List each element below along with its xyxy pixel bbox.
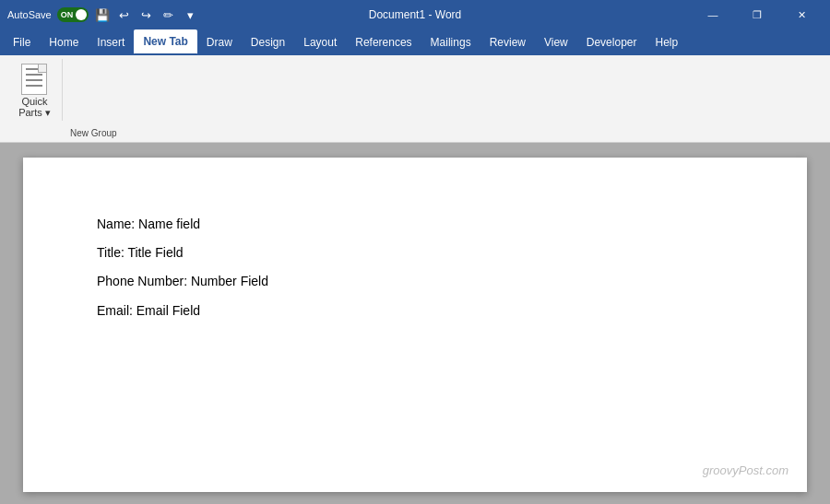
quick-parts-group: QuickParts ▾ [7,59,63,121]
menu-item-home[interactable]: Home [40,29,88,55]
menu-item-review[interactable]: Review [480,29,535,55]
restore-button[interactable]: ❐ [736,0,778,29]
autosave-toggle[interactable]: ON [57,7,89,22]
redo-icon[interactable]: ↪ [138,6,155,23]
minimize-button[interactable]: — [692,0,734,29]
watermark: groovyPost.com [703,463,788,477]
doc-line-2 [26,74,42,76]
menu-item-new-tab[interactable]: New Tab [134,29,196,55]
menu-item-file[interactable]: File [4,29,40,55]
toggle-on-text: ON [61,10,74,19]
content-area: Name: Name fieldTitle: Title FieldPhone … [0,143,830,504]
title-bar-left: AutoSave ON 💾 ↩ ↪ ✏ ▾ [7,6,199,23]
customize-icon[interactable]: ✏ [160,6,177,23]
menu-item-help[interactable]: Help [646,29,687,55]
menu-item-design[interactable]: Design [242,29,294,55]
doc-icon [21,64,47,95]
menu-item-layout[interactable]: Layout [294,29,346,55]
menu-bar: FileHomeInsertNew TabDrawDesignLayoutRef… [0,29,830,55]
window-controls: — ❐ ✕ [692,0,823,29]
document-line: Phone Number: Number Field [97,270,733,293]
word-page[interactable]: Name: Name fieldTitle: Title FieldPhone … [23,158,807,492]
menu-item-references[interactable]: References [346,29,421,55]
autosave-label: AutoSave [7,9,52,20]
quick-parts-button[interactable]: QuickParts ▾ [15,63,54,121]
doc-line-3 [26,79,42,81]
document-content: Name: Name fieldTitle: Title FieldPhone … [97,213,733,322]
quick-parts-icon [19,64,49,94]
menu-item-view[interactable]: View [535,29,577,55]
document-line: Title: Title Field [97,241,733,264]
toggle-knob [76,9,87,20]
menu-item-developer[interactable]: Developer [577,29,646,55]
doc-line-4 [26,85,42,87]
title-bar: AutoSave ON 💾 ↩ ↪ ✏ ▾ Document1 - Word —… [0,0,830,29]
menu-item-mailings[interactable]: Mailings [421,29,480,55]
document-title: Document1 - Word [369,8,461,21]
doc-line-1 [26,68,42,70]
save-icon[interactable]: 💾 [94,6,111,23]
menu-item-draw[interactable]: Draw [197,29,242,55]
more-icon[interactable]: ▾ [183,6,199,23]
new-group-label: New Group [63,59,125,142]
undo-icon[interactable]: ↩ [116,6,133,23]
close-button[interactable]: ✕ [780,0,823,29]
quick-parts-label: QuickParts ▾ [18,96,51,119]
menu-item-insert[interactable]: Insert [88,29,134,55]
document-line: Name: Name field [97,213,733,236]
document-line: Email: Email Field [97,299,733,322]
ribbon: QuickParts ▾ New Group [0,55,830,143]
